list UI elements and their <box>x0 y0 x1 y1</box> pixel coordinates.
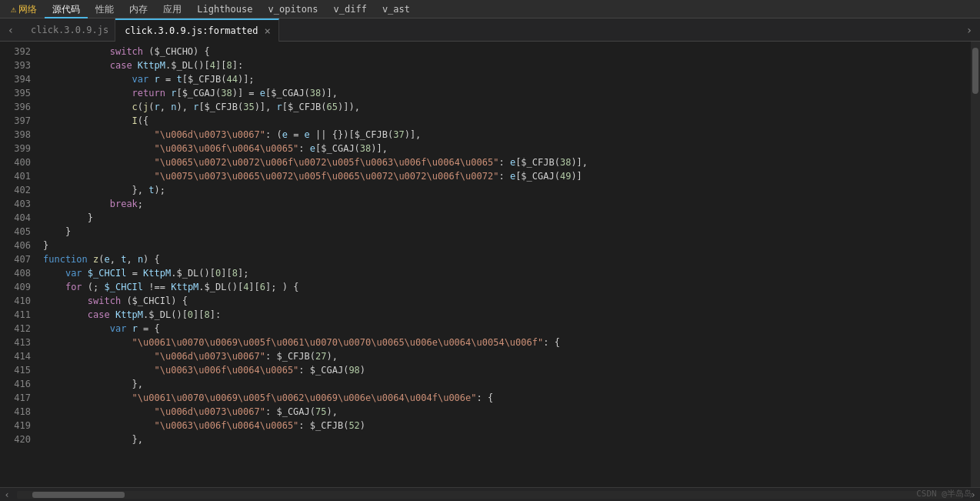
bottom-bar: ‹ › CSDN @半岛岛 <box>0 487 980 501</box>
tab-click-original[interactable]: click.3.0.9.js <box>22 18 115 42</box>
tab-label: click.3.0.9.js:formatted <box>125 25 258 36</box>
nav-lighthouse[interactable]: Lighthouse <box>189 0 260 18</box>
nav-network[interactable]: ⚠ 网络 <box>3 0 45 18</box>
tab-next-button[interactable]: › <box>958 18 980 42</box>
watermark: CSDN @半岛岛 <box>916 488 972 499</box>
nav-application[interactable]: 应用 <box>155 0 189 18</box>
warning-icon: ⚠ <box>11 0 16 18</box>
scroll-left-button[interactable]: ‹ <box>0 488 14 502</box>
line-numbers: 392 393 394 395 396 397 398 399 400 401 … <box>0 42 37 487</box>
vertical-scrollbar[interactable] <box>971 42 980 487</box>
tab-label: click.3.0.9.js <box>31 25 108 35</box>
scrollbar-thumb[interactable] <box>972 48 978 94</box>
nav-v-options[interactable]: v_opitons <box>260 0 325 18</box>
nav-source[interactable]: 源代码 <box>45 0 88 18</box>
nav-memory[interactable]: 内存 <box>122 0 155 18</box>
top-nav: ⚠ 网络 源代码 性能 内存 应用 Lighthouse v_opitons v… <box>0 0 980 18</box>
nav-v-diff[interactable]: v_diff <box>326 0 375 18</box>
tab-bar: ‹ click.3.0.9.js click.3.0.9.js:formatte… <box>0 18 980 42</box>
nav-v-ast[interactable]: v_ast <box>375 0 418 18</box>
horizontal-scrollbar[interactable] <box>17 491 963 499</box>
close-tab-button[interactable]: × <box>263 25 272 36</box>
tab-prev-button[interactable]: ‹ <box>0 18 22 42</box>
code-editor: 392 393 394 395 396 397 398 399 400 401 … <box>0 42 980 487</box>
h-scrollbar-thumb[interactable] <box>32 492 125 498</box>
tab-click-formatted[interactable]: click.3.0.9.js:formatted × <box>115 18 279 42</box>
nav-performance[interactable]: 性能 <box>88 0 122 18</box>
code-content[interactable]: switch ($_CHCHO) { case KttpM.$_DL()[4][… <box>37 42 971 487</box>
